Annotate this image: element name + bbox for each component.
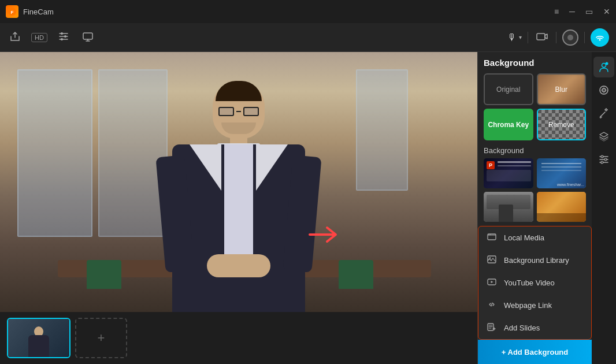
blur-option[interactable]: Blur <box>537 73 587 105</box>
sidebar-portrait-icon[interactable] <box>593 57 614 77</box>
background-library-icon <box>487 255 497 266</box>
toolbar-left: HD <box>7 28 503 47</box>
video-area: + <box>0 52 477 364</box>
toolbar-separator-1 <box>528 32 528 43</box>
stream-button[interactable] <box>591 28 609 47</box>
svg-point-7 <box>567 35 573 40</box>
svg-point-11 <box>490 234 491 235</box>
bg-thumbnail-4[interactable] <box>537 192 587 222</box>
video-thumbnail[interactable] <box>7 318 70 358</box>
background-gallery: P www.fineshar... <box>484 158 586 222</box>
chroma-key-option[interactable]: Chroma Key <box>484 109 533 140</box>
add-slides-item[interactable]: Add Slides <box>478 317 591 339</box>
sidebar-sliders-icon[interactable] <box>593 149 614 170</box>
background-mode-grid: Original Blur Chroma Key Remove <box>484 73 586 140</box>
mic-dropdown-arrow: ▾ <box>519 34 522 40</box>
youtube-video-icon <box>487 277 497 288</box>
titlebar: F FineCam ≡ ─ ▭ ✕ <box>0 0 616 23</box>
sidebar-layers-icon[interactable] <box>593 126 614 147</box>
video-preview <box>0 52 477 312</box>
sidebar-tools-icon[interactable] <box>593 103 614 124</box>
svg-point-10 <box>488 234 489 235</box>
background-library-item[interactable]: Background Library <box>478 249 591 272</box>
svg-point-2 <box>61 32 63 35</box>
add-slides-icon <box>487 322 497 333</box>
youtube-video-item[interactable]: YouTube Video <box>478 272 591 294</box>
svg-point-8 <box>599 39 601 40</box>
webpage-link-icon <box>487 300 497 311</box>
scene-background <box>0 52 477 312</box>
settings-icon[interactable] <box>55 28 72 47</box>
local-media-icon <box>487 232 497 243</box>
svg-point-13 <box>489 257 491 258</box>
webpage-link-item[interactable]: Webpage Link <box>478 294 591 317</box>
svg-point-20 <box>601 155 603 158</box>
minimize-btn[interactable]: ─ <box>569 8 575 16</box>
close-btn[interactable]: ✕ <box>603 8 610 16</box>
toolbar-separator-3 <box>584 32 585 43</box>
thumbnails-bar: + <box>0 312 477 364</box>
screen-icon[interactable] <box>80 28 96 47</box>
mic-icon: 🎙 <box>507 32 517 43</box>
local-media-item[interactable]: Local Media <box>478 226 591 249</box>
bg-thumbnail-2[interactable]: www.fineshar... <box>537 158 587 188</box>
toolbar: HD 🎙 ▾ <box>0 23 616 52</box>
toolbar-right: 🎙 ▾ <box>507 28 609 47</box>
app-title: FineCam <box>23 8 54 16</box>
toolbar-separator-2 <box>556 32 556 43</box>
right-panel: Background Original Blur Chroma Key Remo… <box>477 52 616 364</box>
app-icon: F <box>6 5 18 18</box>
sidebar-effects-icon[interactable] <box>593 80 614 101</box>
bg-thumbnail-3[interactable] <box>484 192 533 222</box>
titlebar-controls: ≡ ─ ▭ ✕ <box>554 8 610 16</box>
mic-button[interactable]: 🎙 ▾ <box>507 32 522 43</box>
hd-badge[interactable]: HD <box>31 33 47 42</box>
svg-point-4 <box>61 38 63 40</box>
titlebar-left: F FineCam <box>6 5 54 18</box>
camera-icon[interactable] <box>534 28 550 47</box>
svg-point-3 <box>64 35 66 38</box>
main-area: + Background Original Blur Chroma <box>0 52 616 364</box>
svg-point-22 <box>601 161 603 164</box>
svg-text:F: F <box>11 10 14 15</box>
background-section-title: Background <box>484 146 586 155</box>
add-background-dropdown: Local Media Background Library <box>478 226 592 340</box>
svg-rect-6 <box>537 34 545 40</box>
remove-option[interactable]: Remove <box>537 109 587 140</box>
original-option[interactable]: Original <box>484 73 533 105</box>
svg-point-16 <box>602 64 606 68</box>
svg-point-17 <box>606 62 608 65</box>
svg-rect-5 <box>83 33 92 39</box>
record-button[interactable] <box>562 29 578 46</box>
panel-sidebar <box>592 52 616 364</box>
panel-title: Background <box>484 58 586 68</box>
restore-btn[interactable]: ▭ <box>585 8 593 16</box>
bg-thumbnail-1[interactable]: P <box>484 158 533 188</box>
export-icon[interactable] <box>7 28 23 47</box>
hamburger-btn[interactable]: ≡ <box>554 8 559 16</box>
svg-point-21 <box>604 158 607 161</box>
add-scene-button[interactable]: + <box>75 318 127 358</box>
arrow-indicator <box>307 223 342 248</box>
add-background-button[interactable]: + Add Background <box>478 340 592 364</box>
